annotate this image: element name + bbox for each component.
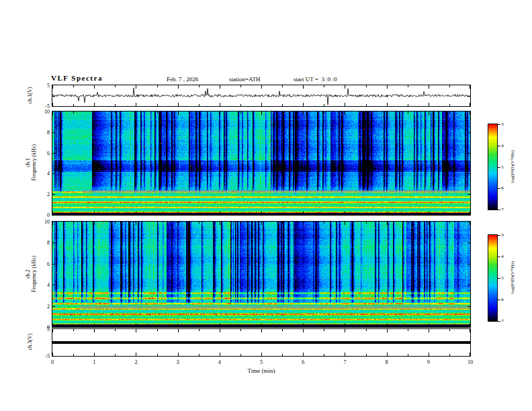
ch2-spec-ytick: 2 xyxy=(34,304,50,310)
x-tick-label: 9 xyxy=(422,359,435,365)
plot-start-ut: start UT = 3 :0 :0 xyxy=(294,76,337,83)
ch3-waveform-canvas xyxy=(52,329,470,356)
ch3-waveform-ylabel: ch.3(V) xyxy=(27,334,33,351)
colorbar-1-tick: -7 xyxy=(500,207,504,213)
x-tick-label: 4 xyxy=(213,359,226,365)
colorbar-1 xyxy=(488,124,498,210)
colorbar-2-tick-dash xyxy=(497,278,500,279)
x-tick-label: 10 xyxy=(463,359,477,365)
colorbar-2 xyxy=(488,234,498,322)
colorbar-1-tick: -6 xyxy=(500,185,504,191)
colorbar-2-tick-dash xyxy=(497,235,500,236)
colorbar-1-label: log(PSD)(V²/Hz) xyxy=(510,150,516,183)
colorbar-1-canvas xyxy=(488,124,497,210)
x-tick-label: 7 xyxy=(338,359,351,365)
colorbar-2-canvas xyxy=(488,235,497,321)
ch1-waveform-ylabel: ch.1(V) xyxy=(27,87,33,104)
ch2-spec-ytick: 4 xyxy=(34,282,50,288)
x-tick-label: 3 xyxy=(171,359,185,365)
colorbar-2-tick: -3 xyxy=(500,232,504,238)
x-tick-label: 1 xyxy=(87,359,101,365)
plot-date: Feb. 7 , 2026 xyxy=(167,76,198,83)
colorbar-2-tick: -7 xyxy=(500,318,504,324)
colorbar-2-tick: -4 xyxy=(500,254,504,260)
colorbar-1-tick: -4 xyxy=(500,143,504,149)
plot-title: VLF Spectra xyxy=(51,74,103,82)
colorbar-1-tick-dash xyxy=(497,146,500,146)
ch1-spec-ytick: 6 xyxy=(34,150,50,156)
colorbar-2-label: log(PSD)(V²/Hz) xyxy=(510,261,516,293)
colorbar-1-tick-dash xyxy=(497,210,500,210)
ch1-wave-ytick: 5 xyxy=(34,83,50,89)
ch2-spec-ytick: 8 xyxy=(34,240,50,246)
plot-station: station=ATH xyxy=(229,76,261,83)
ch1-spectrogram-ylabel-line1: ch.1 xyxy=(25,144,31,181)
x-tick-label: 2 xyxy=(129,359,142,365)
ch2-spectrogram-ylabel-line1: ch.2 xyxy=(25,256,31,292)
x-tick-label: 8 xyxy=(380,359,394,365)
x-axis-label: Time (min) xyxy=(248,367,275,374)
ch1-waveform-canvas xyxy=(52,85,470,106)
ch2-spec-ytick: 10 xyxy=(34,219,50,225)
ch2-spectrogram-canvas xyxy=(52,222,470,327)
x-tick-label: 5 xyxy=(255,359,268,365)
colorbar-1-tick: -5 xyxy=(500,165,504,171)
colorbar-1-tick-dash xyxy=(497,167,500,168)
ch1-spec-ytick: 4 xyxy=(34,171,50,177)
ch1-spec-ytick: 10 xyxy=(34,109,50,115)
colorbar-1-tick: -3 xyxy=(500,122,504,128)
colorbar-1-tick-dash xyxy=(497,124,500,125)
ch1-spec-ytick: 8 xyxy=(34,130,50,136)
ch1-spec-ytick: 2 xyxy=(34,191,50,197)
vlf-spectra-figure: VLF Spectra Feb. 7 , 2026 station=ATH st… xyxy=(0,0,532,411)
ch1-spec-ytick: 0 xyxy=(34,212,50,218)
ch1-spectrogram-panel xyxy=(52,111,471,216)
ch2-spec-ytick: 6 xyxy=(34,261,50,267)
colorbar-1-tick-dash xyxy=(497,188,500,189)
ch1-waveform-panel xyxy=(52,85,471,107)
ch2-spectrogram-panel xyxy=(52,221,471,328)
x-tick-label: 0 xyxy=(46,359,59,365)
colorbar-2-tick-dash xyxy=(497,321,500,322)
x-tick-label: 6 xyxy=(296,359,310,365)
ch1-spectrogram-canvas xyxy=(52,111,470,215)
ch3-wave-ytick: -5 xyxy=(34,353,50,359)
ch3-waveform-panel xyxy=(52,328,471,357)
ch3-wave-ytick: 5 xyxy=(34,326,50,332)
colorbar-2-tick-dash xyxy=(497,257,500,257)
colorbar-2-tick: -5 xyxy=(500,275,504,281)
colorbar-2-tick: -6 xyxy=(500,297,504,303)
colorbar-2-tick-dash xyxy=(497,300,500,300)
